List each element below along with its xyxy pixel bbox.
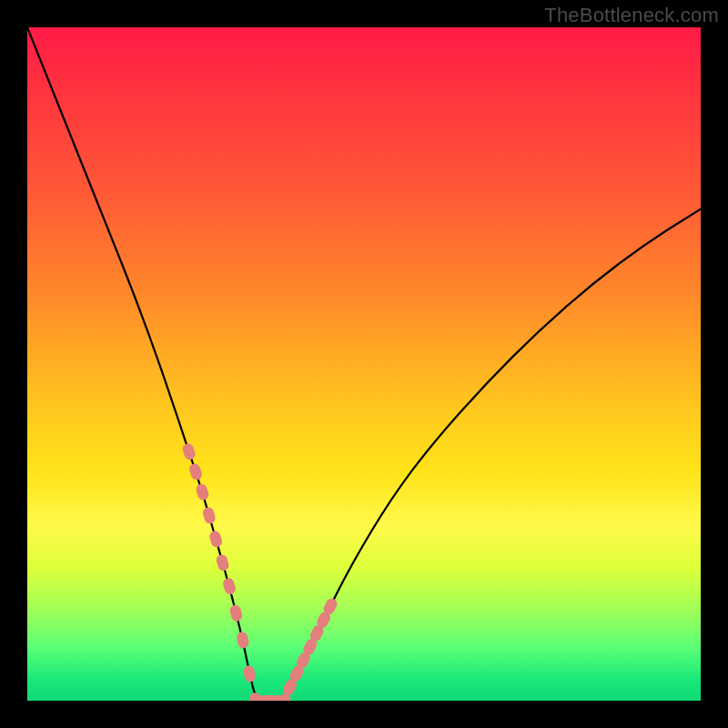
curve-path xyxy=(27,27,701,701)
curve-layer xyxy=(27,27,701,701)
curve-marker xyxy=(208,530,223,549)
curve-marker xyxy=(228,604,243,622)
curve-marker xyxy=(222,577,237,595)
curve-marker xyxy=(195,482,210,501)
chart-frame: TheBottleneck.com xyxy=(0,0,728,728)
watermark-text: TheBottleneck.com xyxy=(544,4,719,27)
bottleneck-curve xyxy=(27,27,701,701)
curve-marker xyxy=(202,506,217,525)
curve-marker xyxy=(242,664,257,682)
curve-marker xyxy=(181,442,197,461)
curve-marker xyxy=(215,553,229,572)
curve-marker xyxy=(187,462,203,481)
plot-area xyxy=(27,27,701,701)
marker-group xyxy=(181,442,339,701)
curve-marker xyxy=(236,631,250,649)
